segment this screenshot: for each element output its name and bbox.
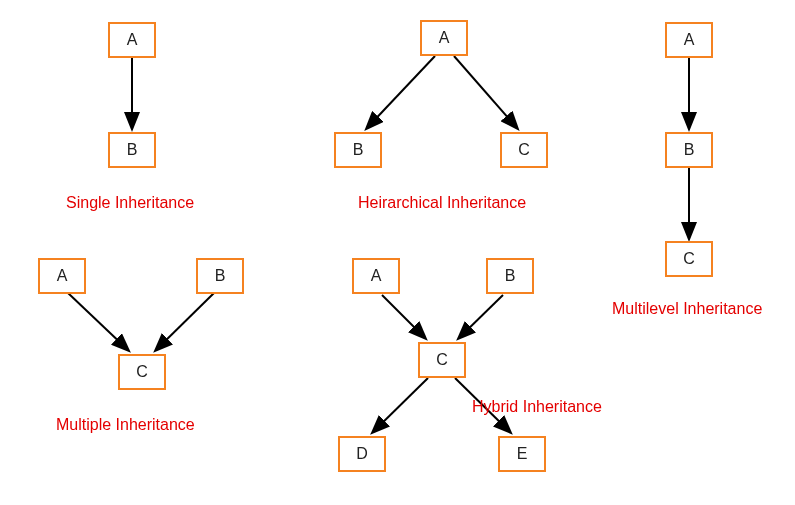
node-single-b: B — [108, 132, 156, 168]
svg-line-9 — [373, 378, 428, 432]
label-single: Single Inheritance — [66, 194, 194, 212]
node-hier-a: A — [420, 20, 468, 56]
node-multi-a: A — [665, 22, 713, 58]
node-multi-b: B — [665, 132, 713, 168]
label-hybrid: Hybrid Inheritance — [472, 398, 602, 416]
node-mult-b: B — [196, 258, 244, 294]
svg-line-1 — [367, 56, 435, 128]
node-hyb-e: E — [498, 436, 546, 472]
node-single-a: A — [108, 22, 156, 58]
svg-line-5 — [68, 293, 128, 350]
label-multilevel: Multilevel Inheritance — [612, 300, 762, 318]
node-hyb-d: D — [338, 436, 386, 472]
svg-line-6 — [156, 293, 214, 350]
node-hyb-a: A — [352, 258, 400, 294]
node-mult-c: C — [118, 354, 166, 390]
node-multi-c: C — [665, 241, 713, 277]
node-hyb-c: C — [418, 342, 466, 378]
svg-line-7 — [382, 295, 425, 338]
svg-line-2 — [454, 56, 517, 128]
label-multiple: Multiple Inheritance — [56, 416, 195, 434]
node-hier-b: B — [334, 132, 382, 168]
node-mult-a: A — [38, 258, 86, 294]
node-hyb-b: B — [486, 258, 534, 294]
label-hierarchical: Heirarchical Inheritance — [358, 194, 526, 212]
svg-line-8 — [459, 295, 503, 338]
node-hier-c: C — [500, 132, 548, 168]
